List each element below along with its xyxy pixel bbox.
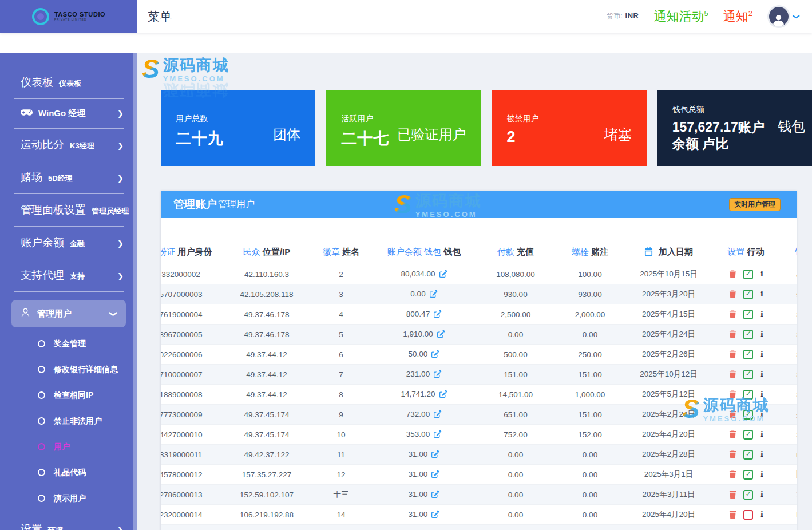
delete-icon[interactable] <box>729 450 736 459</box>
column-header[interactable]: 螺栓 赌注 <box>556 240 624 264</box>
column-header[interactable]: 付款 充值 <box>476 240 556 264</box>
column-sort-link[interactable]: 徽章 <box>323 247 340 256</box>
sidebar-subitem[interactable]: 禁止非法用户 <box>0 408 137 434</box>
column-header[interactable]: 民众 位置/IP <box>224 240 310 264</box>
status-checkbox[interactable] <box>743 430 753 440</box>
status-checkbox[interactable] <box>743 290 753 299</box>
status-checkbox[interactable] <box>743 410 753 420</box>
column-header[interactable]: 设置 行动 <box>713 240 779 264</box>
status-checkbox[interactable] <box>743 330 753 339</box>
cell-recharge: 930.00 <box>476 284 556 304</box>
sidebar-item-settings[interactable]: 设置 环境 ❯ <box>14 513 124 530</box>
info-icon[interactable]: i <box>760 469 763 478</box>
delete-icon[interactable] <box>729 310 736 319</box>
status-checkbox[interactable] <box>743 450 753 460</box>
edit-balance-icon[interactable] <box>431 470 439 480</box>
delete-icon[interactable] <box>729 370 736 379</box>
cell-recharge: 108,080.00 <box>476 264 556 284</box>
column-header[interactable]: 账户余额 钱包 钱包 <box>373 240 476 264</box>
edit-balance-icon[interactable] <box>430 290 438 299</box>
table-row: 7773000009 49.37.45.174 9 732.00 651.00 … <box>161 405 797 425</box>
chevron-down-icon[interactable]: ❯ <box>793 13 801 19</box>
status-checkbox[interactable] <box>743 350 753 359</box>
edit-balance-icon[interactable] <box>434 370 442 379</box>
cell-ip: 49.42.37.122 <box>224 445 310 465</box>
column-sort-link[interactable]: 付款 <box>497 247 514 256</box>
info-icon[interactable]: i <box>760 369 763 378</box>
column-sort-link[interactable]: 锁 <box>795 247 797 256</box>
edit-balance-icon[interactable] <box>431 450 439 460</box>
chevron-right-icon: ❯ <box>117 272 124 280</box>
info-icon[interactable]: i <box>760 409 763 418</box>
sidebar-item[interactable]: 赌场 5D经理 ❯ <box>14 161 124 194</box>
user-menu[interactable]: ❯ <box>767 5 799 28</box>
status-checkbox[interactable] <box>743 390 753 400</box>
sidebar-item[interactable]: 支持代理 支持 ❯ <box>14 259 124 292</box>
sidebar-subitem[interactable]: 用户 <box>0 434 137 460</box>
edit-balance-icon[interactable] <box>437 330 445 339</box>
column-sort-link[interactable]: 设置 <box>727 247 744 256</box>
delete-icon[interactable] <box>729 330 736 339</box>
edit-balance-icon[interactable] <box>434 430 442 440</box>
info-icon[interactable]: i <box>760 289 763 298</box>
sidebar-subitem[interactable]: 检查相同IP <box>0 382 137 408</box>
cell-actions: i <box>713 284 779 304</box>
edit-balance-icon[interactable] <box>431 350 439 359</box>
info-icon[interactable]: i <box>760 329 763 338</box>
column-header[interactable]: 加入日期 <box>624 240 713 264</box>
info-icon[interactable]: i <box>760 269 763 278</box>
status-checkbox[interactable] <box>743 510 753 520</box>
edit-balance-icon[interactable] <box>434 410 442 420</box>
info-icon[interactable]: i <box>760 349 763 358</box>
delete-icon[interactable] <box>729 350 736 359</box>
info-icon[interactable]: i <box>760 449 763 458</box>
column-header[interactable]: 身份证 用户身份 <box>161 240 224 264</box>
avatar[interactable] <box>767 5 790 28</box>
sidebar-group-label: 管理用户 <box>37 308 72 319</box>
brand-logo-block: TASCO STUDIO PRIVATE LIMITED <box>0 0 137 33</box>
delete-icon[interactable] <box>729 290 736 299</box>
notice-link[interactable]: 通知2 <box>723 8 752 25</box>
edit-balance-icon[interactable] <box>431 510 439 520</box>
info-icon[interactable]: i <box>760 429 763 438</box>
edit-balance-icon[interactable] <box>431 490 439 500</box>
delete-icon[interactable] <box>729 270 736 279</box>
edit-balance-icon[interactable] <box>434 310 442 319</box>
delete-icon[interactable] <box>729 410 736 419</box>
delete-icon[interactable] <box>729 390 736 399</box>
status-checkbox[interactable] <box>743 470 753 480</box>
sidebar-subitem-label: 检查相同IP <box>54 390 93 401</box>
sidebar-item[interactable]: 仪表板 仪表板 <box>14 66 124 99</box>
sidebar-subitem[interactable]: 修改银行详细信息 <box>0 357 137 382</box>
edit-balance-icon[interactable] <box>439 390 447 400</box>
watermark-domain: YMESO.COM <box>163 74 229 83</box>
delete-icon[interactable] <box>729 470 736 479</box>
sidebar-subitem[interactable]: 礼品代码 <box>0 460 137 485</box>
sidebar-subitem[interactable]: 演示用户 <box>0 485 137 511</box>
column-sort-link[interactable]: 账户余额 钱包 <box>387 247 441 256</box>
column-header[interactable]: 徽章 姓名 <box>310 240 373 264</box>
status-checkbox[interactable] <box>743 490 753 500</box>
sidebar-subitem[interactable]: 奖金管理 <box>0 331 137 357</box>
sidebar-item[interactable]: WinGo 经理 ❯ <box>14 99 124 129</box>
column-sort-link[interactable]: 身份证 <box>161 247 175 256</box>
delete-icon[interactable] <box>729 491 736 499</box>
delete-icon[interactable] <box>729 511 736 519</box>
edit-balance-icon[interactable] <box>439 270 447 279</box>
activity-notice-link[interactable]: 通知活动5 <box>653 8 708 25</box>
column-sort-link[interactable]: 螺栓 <box>572 247 589 256</box>
delete-icon[interactable] <box>729 430 736 439</box>
sidebar-item[interactable]: 管理面板设置 管理员经理 ❯ <box>14 194 124 227</box>
info-icon[interactable]: i <box>760 309 763 318</box>
sidebar-item[interactable]: 账户余额 金融 ❯ <box>14 227 124 259</box>
status-checkbox[interactable] <box>743 370 753 379</box>
info-icon[interactable]: i <box>760 489 763 499</box>
column-sort-link[interactable]: 民众 <box>243 247 260 256</box>
info-icon[interactable]: i <box>760 389 763 398</box>
info-icon[interactable]: i <box>760 509 763 519</box>
status-checkbox[interactable] <box>743 270 753 279</box>
sidebar-group-manage-users[interactable]: 管理用户 ❯ <box>11 300 126 327</box>
column-header[interactable]: 锁 堵塞 <box>779 240 797 264</box>
status-checkbox[interactable] <box>743 310 753 319</box>
sidebar-item[interactable]: 运动比分 K3经理 ❯ <box>14 129 124 161</box>
